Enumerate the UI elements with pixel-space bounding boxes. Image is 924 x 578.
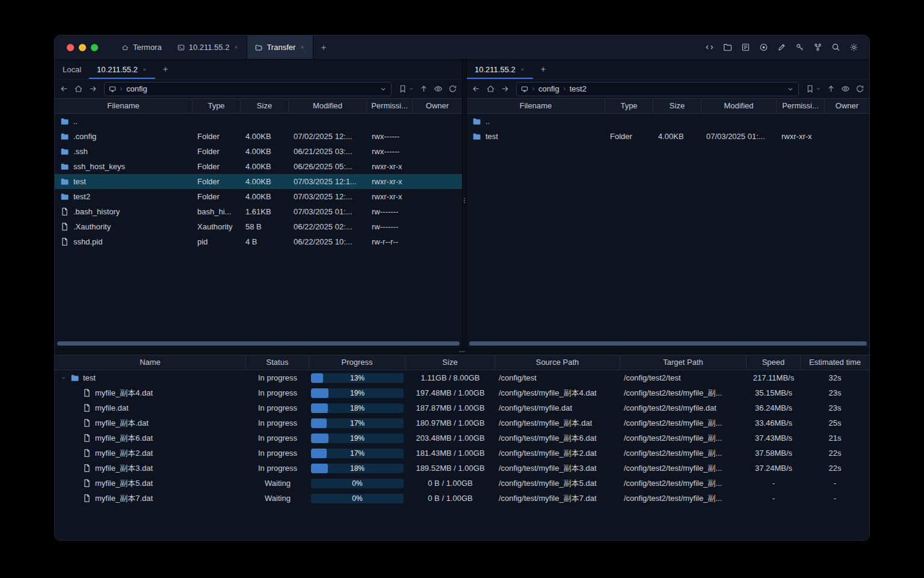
scrollbar-thumb[interactable]	[469, 341, 867, 346]
parent-directory-button[interactable]	[419, 84, 428, 93]
window-tab-termora[interactable]: Termora	[114, 36, 170, 59]
path-bar[interactable]: configtest2	[516, 82, 799, 96]
column-header[interactable]: Modified	[701, 99, 777, 113]
close-icon[interactable]	[520, 67, 525, 72]
transfer-row[interactable]: myfile_副本5.datWaiting0%0 B / 1.00GB/conf…	[55, 476, 869, 491]
file-row[interactable]: ..	[467, 114, 869, 129]
column-header[interactable]: Progress	[309, 355, 405, 370]
folder-icon[interactable]	[723, 43, 732, 52]
transfer-row[interactable]: myfile_副本4.datIn progress19%197.48MB / 1…	[55, 385, 869, 400]
bookmark-button[interactable]	[398, 84, 414, 93]
window-tab-transfer[interactable]: Transfer	[247, 36, 313, 59]
transfer-speed-cell: 37.24MB/s	[747, 461, 801, 476]
branch-icon[interactable]	[813, 43, 822, 52]
column-header[interactable]: Estimated time	[801, 355, 869, 370]
pencil-icon[interactable]	[777, 43, 786, 52]
bookmark-button[interactable]	[805, 84, 821, 93]
refresh-button[interactable]	[855, 84, 864, 93]
forward-button[interactable]	[88, 84, 97, 93]
home-button[interactable]	[74, 84, 83, 93]
minimize-button[interactable]	[79, 44, 86, 51]
column-header[interactable]: Permissi...	[777, 99, 825, 113]
transfer-row[interactable]: myfile_副本7.datWaiting0%0 B / 1.00GB/conf…	[55, 491, 869, 506]
file-row[interactable]: .sshFolder4.00KB06/21/2025 03:...rwx----…	[55, 144, 462, 159]
pane-tab-local[interactable]: Local	[55, 60, 89, 79]
column-header[interactable]: Size	[405, 355, 495, 370]
show-hidden-button[interactable]	[841, 84, 850, 93]
scrollbar-thumb[interactable]	[57, 341, 460, 346]
horizontal-splitter[interactable]	[55, 349, 869, 355]
transfer-source-cell: /config/test/myfile_副本7.dat	[495, 491, 620, 506]
horizontal-scrollbar[interactable]	[56, 341, 461, 346]
back-button[interactable]	[472, 84, 481, 93]
column-header[interactable]: Size	[241, 99, 289, 113]
record-icon[interactable]	[759, 43, 768, 52]
transfer-row[interactable]: myfile_副本.datIn progress17%180.97MB / 1.…	[55, 415, 869, 430]
forward-button[interactable]	[500, 84, 510, 93]
transfer-row[interactable]: myfile_副本6.datIn progress19%203.48MB / 1…	[55, 430, 869, 446]
column-header[interactable]: Speed	[747, 355, 801, 370]
transfer-row[interactable]: testIn progress13%1.11GB / 8.00GB/config…	[55, 370, 869, 385]
path-bar[interactable]: config	[104, 82, 392, 96]
pane-tabs: 10.211.55.2	[467, 60, 869, 79]
file-row[interactable]: test2Folder4.00KB07/03/2025 12:...rwxr-x…	[55, 189, 462, 204]
file-name-cell: .Xauthority	[55, 219, 192, 234]
column-header[interactable]: Size	[653, 99, 701, 113]
file-row[interactable]: ssh_host_keysFolder4.00KB06/26/2025 05:.…	[55, 159, 462, 174]
file-row[interactable]: testFolder4.00KB07/03/2025 12:1...rwxr-x…	[55, 174, 462, 189]
vertical-splitter[interactable]	[462, 60, 467, 349]
file-modified-cell: 07/03/2025 12:1...	[289, 174, 367, 189]
column-header[interactable]: Target Path	[620, 355, 747, 370]
chevron-down-icon[interactable]	[787, 85, 794, 93]
transfer-row[interactable]: myfile_副本2.datIn progress17%181.43MB / 1…	[55, 446, 869, 461]
column-header[interactable]: Owner	[413, 99, 462, 113]
parent-directory-button[interactable]	[827, 84, 836, 93]
pane-new-tab-button[interactable]	[533, 60, 553, 79]
refresh-button[interactable]	[448, 84, 457, 93]
file-icon	[60, 237, 69, 246]
gear-icon[interactable]	[849, 43, 858, 52]
file-row[interactable]: .XauthorityXauthority58 B06/22/2025 02:.…	[55, 219, 462, 234]
column-header[interactable]: Name	[55, 355, 246, 370]
transfer-row[interactable]: myfile.datIn progress18%187.87MB / 1.00G…	[55, 400, 869, 415]
column-header[interactable]: Type	[605, 99, 653, 113]
column-header[interactable]: Filename	[55, 99, 192, 113]
transfer-eta-cell: 32s	[801, 370, 869, 385]
column-header[interactable]: Type	[192, 99, 241, 113]
list-icon[interactable]	[741, 43, 750, 52]
close-icon[interactable]	[233, 45, 239, 50]
key-icon[interactable]	[795, 43, 804, 52]
code-icon[interactable]	[705, 43, 714, 52]
pane-new-tab-button[interactable]	[155, 60, 176, 79]
close-button[interactable]	[67, 44, 74, 51]
chevron-down-icon[interactable]	[380, 85, 387, 93]
file-row[interactable]: ..	[55, 114, 462, 129]
new-window-tab-button[interactable]	[313, 36, 334, 59]
transfer-row[interactable]: myfile_副本3.datIn progress18%189.52MB / 1…	[55, 461, 869, 476]
file-row[interactable]: .bash_historybash_hi...1.61KB07/03/2025 …	[55, 204, 462, 219]
close-icon[interactable]	[300, 45, 305, 50]
home-button[interactable]	[486, 84, 495, 93]
window-tab-10-211-55-2[interactable]: 10.211.55.2	[170, 36, 247, 59]
chevron-down-icon[interactable]	[60, 375, 67, 381]
file-row[interactable]: .configFolder4.00KB07/02/2025 12:...rwx-…	[55, 129, 462, 144]
zoom-button[interactable]	[91, 44, 98, 51]
column-header[interactable]: Source Path	[495, 355, 620, 370]
pane-tab-10-211-55-2[interactable]: 10.211.55.2	[467, 60, 533, 79]
horizontal-scrollbar[interactable]	[468, 341, 868, 346]
column-header[interactable]: Permissi...	[367, 99, 413, 113]
column-header[interactable]: Status	[246, 355, 309, 370]
column-header[interactable]: Owner	[825, 99, 869, 113]
file-size-cell: 4.00KB	[241, 129, 289, 144]
column-header[interactable]: Modified	[289, 99, 367, 113]
back-button[interactable]	[60, 84, 69, 93]
search-icon[interactable]	[831, 43, 840, 52]
column-header[interactable]: Filename	[467, 99, 605, 113]
file-name: .bash_history	[73, 204, 120, 219]
progress-label: 19%	[311, 434, 404, 443]
file-row[interactable]: sshd.pidpid4 B06/22/2025 10:...rw-r--r--	[55, 234, 462, 249]
file-row[interactable]: testFolder4.00KB07/03/2025 01:...rwxr-xr…	[467, 129, 869, 144]
pane-tab-10-211-55-2[interactable]: 10.211.55.2	[89, 60, 155, 79]
close-icon[interactable]	[142, 67, 147, 72]
show-hidden-button[interactable]	[434, 84, 443, 93]
